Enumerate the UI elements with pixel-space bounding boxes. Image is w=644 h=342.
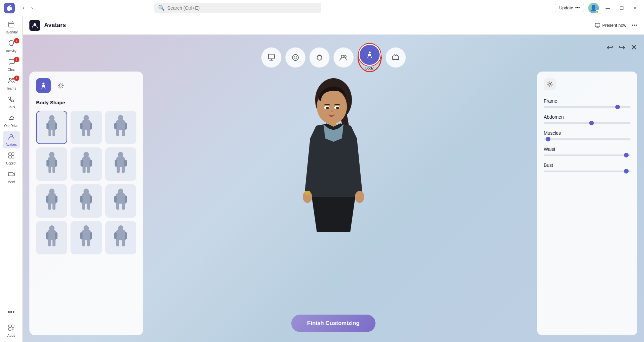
titlebar-right: Update ••• 👤 — ☐ ✕ [555, 3, 640, 13]
svg-rect-75 [90, 232, 92, 239]
frame-track[interactable] [544, 106, 631, 108]
back-button[interactable]: ‹ [20, 4, 27, 12]
panel-tab-shape[interactable] [36, 78, 51, 93]
svg-rect-61 [82, 203, 85, 210]
body-option-3[interactable] [105, 111, 136, 144]
forward-button[interactable]: › [28, 4, 35, 12]
teams-badge: 2 [14, 76, 19, 81]
svg-rect-8 [8, 173, 13, 176]
body-option-11[interactable] [71, 221, 102, 254]
maximize-button[interactable]: ☐ [617, 4, 627, 12]
svg-rect-46 [83, 166, 86, 173]
sidebar-item-meet[interactable]: Meet [3, 168, 20, 186]
panel-section-title: Body Shape [36, 100, 136, 105]
panel-tab-adjust[interactable] [53, 78, 68, 93]
sidebar-label-calendar: Calendar [4, 30, 18, 34]
body-option-7[interactable] [36, 184, 67, 218]
body-option-10[interactable] [36, 221, 67, 254]
sidebar-item-avatars[interactable]: Avatars [3, 131, 20, 148]
frame-thumb[interactable] [615, 105, 620, 109]
abdomen-track[interactable] [544, 122, 631, 124]
body-option-12[interactable] [105, 221, 136, 254]
search-bar[interactable]: 🔍 [154, 3, 321, 13]
toolbar-face-button[interactable] [285, 47, 305, 68]
sidebar-item-onedrive[interactable]: OneDrive [3, 112, 20, 130]
update-button[interactable]: Update ••• [555, 4, 584, 12]
body-option-4[interactable] [36, 147, 67, 181]
body-option-1[interactable] [36, 111, 67, 144]
waist-track[interactable] [544, 154, 631, 156]
bust-track[interactable] [544, 170, 631, 172]
waist-slider-section: Waist [544, 146, 631, 156]
svg-rect-0 [9, 22, 14, 27]
present-now-button[interactable]: Present now [592, 21, 629, 29]
onedrive-icon [8, 114, 15, 123]
waist-thumb[interactable] [624, 153, 629, 157]
meet-icon [8, 170, 15, 180]
header-more-button[interactable]: ••• [632, 22, 637, 28]
svg-rect-40 [55, 160, 57, 166]
sidebar-item-calls[interactable]: Calls [3, 94, 20, 111]
svg-rect-51 [117, 166, 120, 173]
body-option-6[interactable] [105, 147, 136, 181]
abdomen-thumb[interactable] [589, 121, 594, 125]
toolbar-body-button[interactable] [360, 45, 380, 65]
search-input[interactable] [167, 5, 317, 11]
svg-rect-35 [125, 123, 127, 129]
finish-customizing-button[interactable]: Finish Customizing [291, 315, 376, 332]
sidebar-item-more[interactable]: ••• [3, 303, 20, 321]
svg-rect-67 [122, 203, 125, 210]
sidebar-item-calendar[interactable]: Calendar [3, 19, 20, 36]
svg-rect-62 [87, 203, 90, 210]
close-button[interactable]: ✕ [631, 4, 640, 12]
svg-rect-37 [122, 129, 125, 136]
redo-button[interactable]: ↪ [619, 43, 625, 52]
user-avatar[interactable]: 👤 [588, 3, 599, 13]
sidebar-label-copilot: Copilot [6, 161, 16, 165]
bust-label: Bust [544, 162, 631, 168]
muscles-thumb[interactable] [546, 137, 550, 141]
body-option-8[interactable] [71, 184, 102, 218]
settings-icon[interactable] [544, 78, 556, 90]
svg-rect-77 [87, 240, 90, 246]
search-icon: 🔍 [158, 5, 165, 11]
body-option-5[interactable] [71, 147, 102, 181]
svg-rect-69 [46, 232, 48, 239]
svg-rect-42 [52, 166, 55, 173]
svg-rect-26 [48, 129, 51, 136]
body-option-2[interactable] [71, 111, 102, 144]
sidebar-label-avatars: Avatars [6, 143, 17, 146]
svg-rect-56 [48, 203, 51, 210]
bust-slider-section: Bust [544, 162, 631, 172]
sidebar-item-copilot[interactable]: Copilot [3, 150, 20, 167]
toolbar-hair-button[interactable] [309, 47, 330, 68]
sidebar-item-apps[interactable]: Apps [3, 322, 20, 339]
svg-point-22 [42, 83, 44, 85]
toolbar-pose-button[interactable] [261, 47, 281, 68]
sidebar-label-activity: Activity [6, 49, 17, 53]
sidebar-label-apps: Apps [7, 334, 15, 337]
svg-rect-27 [52, 129, 55, 136]
bust-thumb[interactable] [624, 169, 629, 174]
toolbar-pose-wrap [261, 47, 281, 68]
muscles-track[interactable] [544, 138, 631, 140]
body-option-9[interactable] [105, 184, 136, 218]
svg-rect-65 [125, 196, 127, 203]
minimize-button[interactable]: — [603, 4, 613, 12]
toolbar-group-button[interactable] [334, 47, 354, 68]
sidebar-item-activity[interactable]: Activity 6 [3, 37, 20, 55]
svg-rect-82 [122, 240, 125, 246]
apps-add-icon [8, 324, 15, 333]
undo-button[interactable]: ↩ [607, 43, 613, 52]
more-icon: ••• [8, 308, 15, 316]
sidebar-item-chat[interactable]: Chat 5 [3, 56, 20, 74]
sidebar-item-teams[interactable]: Teams 2 [3, 75, 20, 92]
sidebar: Calendar Activity 6 Chat 5 Teams 2 [0, 16, 23, 342]
app-header-icon [29, 20, 40, 31]
right-panel: Frame Abdomen Muscles [537, 72, 637, 335]
svg-rect-44 [81, 160, 83, 166]
nav-buttons: ‹ › [20, 4, 36, 12]
teams-logo [4, 3, 15, 13]
editor-close-button[interactable]: ✕ [631, 43, 637, 52]
toolbar-outfit-button[interactable] [386, 47, 406, 68]
